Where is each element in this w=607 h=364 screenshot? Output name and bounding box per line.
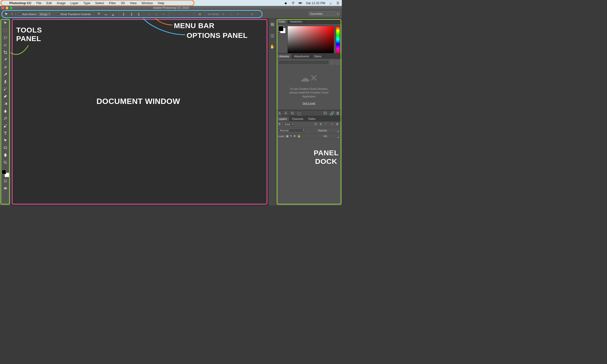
distribute-bottom-button[interactable]: ≡ [161, 12, 166, 17]
auto-select-checkbox[interactable] [18, 13, 21, 16]
distribute-top-button[interactable]: ≡ [147, 12, 152, 17]
show-transform-checkbox[interactable] [56, 13, 59, 16]
menu-help[interactable]: Help [155, 0, 167, 6]
app-menu[interactable]: Photoshop CC [7, 0, 34, 6]
filter-adjust-icon[interactable]: ◐ [320, 122, 324, 126]
fill-input[interactable] [329, 136, 340, 137]
tab-channels[interactable]: Channels [289, 117, 306, 121]
eyedropper-tool[interactable] [2, 56, 9, 63]
align-left-button[interactable]: ▌ [121, 12, 127, 17]
battery-icon[interactable] [298, 1, 302, 5]
crop-tool[interactable] [2, 49, 9, 56]
move-tool[interactable] [2, 20, 9, 26]
menubar-clock[interactable]: Sat 12:32 PM [306, 1, 325, 5]
healing-tool[interactable] [2, 64, 9, 70]
brush-tool[interactable] [2, 71, 9, 78]
tab-styles[interactable]: Styles [312, 54, 324, 58]
distribute-right-button[interactable]: ⋮ [186, 12, 192, 17]
menu-3d[interactable]: 3D [119, 0, 128, 6]
menu-edit[interactable]: Edit [44, 0, 54, 6]
move-tool-icon[interactable] [3, 11, 10, 18]
auto-select-dropdown[interactable]: Group [38, 12, 51, 16]
window-close-button[interactable] [1, 7, 4, 9]
char-style-icon[interactable]: A̲ [278, 111, 282, 115]
tab-adjustments[interactable]: Adjustments [292, 54, 312, 58]
lock-position-icon[interactable]: ✥ [294, 135, 296, 138]
type-tool[interactable] [2, 130, 9, 136]
3d-pan-button[interactable]: ✥ [235, 12, 241, 17]
fill-icon[interactable]: ▢ [297, 111, 301, 115]
hand-tool[interactable] [2, 152, 9, 158]
3d-slide-button[interactable]: ↔ [242, 12, 248, 17]
color-spectrum[interactable] [287, 26, 334, 53]
filter-shape-icon[interactable]: ▭ [331, 122, 335, 126]
trash-icon[interactable]: 🗑 [336, 111, 340, 115]
menu-layer[interactable]: Layer [68, 0, 81, 6]
info-panel-icon[interactable]: ✋ [269, 44, 275, 49]
distribute-left-button[interactable]: ⋮ [172, 12, 177, 17]
align-hcenter-button[interactable]: ▐ [128, 12, 134, 17]
tab-color[interactable]: Color [276, 19, 288, 24]
tool-preset-dropdown[interactable]: ▼ [11, 13, 13, 15]
menu-extras-icon[interactable]: ☰ [336, 1, 340, 5]
filter-smart-icon[interactable]: ▣ [336, 122, 340, 126]
filter-type-icon[interactable]: T [325, 122, 329, 126]
lock-pixels-icon[interactable]: ✎ [290, 135, 292, 138]
tab-swatches[interactable]: Swatches [288, 19, 305, 24]
menu-file[interactable]: File [34, 0, 44, 6]
layers-list[interactable]: PANEL DOCK [276, 139, 342, 206]
menu-type[interactable]: Type [81, 0, 93, 6]
window-zoom-button[interactable] [10, 7, 13, 9]
lock-all-icon[interactable]: 🔒 [297, 135, 301, 138]
align-bottom-button[interactable]: ▄ [110, 12, 116, 17]
fx-icon[interactable]: fx [291, 111, 295, 115]
spotlight-icon[interactable] [329, 1, 333, 5]
align-vcenter-button[interactable]: ▬ [103, 12, 109, 17]
pen-tool[interactable] [2, 122, 9, 129]
history-brush-tool[interactable] [2, 86, 9, 92]
auto-align-button[interactable]: ▦ [197, 12, 203, 17]
menu-image[interactable]: Image [54, 0, 68, 6]
quickmask-button[interactable] [2, 178, 9, 184]
dodge-tool[interactable] [2, 115, 9, 122]
link-icon[interactable]: 🔗 [330, 111, 334, 115]
blend-mode-dropdown[interactable]: Normal [278, 129, 305, 132]
align-right-button[interactable]: ▐ [135, 12, 141, 17]
apple-menu[interactable] [2, 2, 7, 4]
document-window[interactable]: TOOLS PANEL DOCUMENT WINDOW MENU BAR OPT… [11, 19, 268, 206]
distribute-hcenter-button[interactable]: ⋮ [179, 12, 185, 17]
tab-paths[interactable]: Paths [306, 117, 318, 121]
history-panel-icon[interactable]: ▤ [269, 21, 275, 27]
zoom-tool[interactable] [2, 159, 9, 166]
align-top-button[interactable]: ▀ [96, 12, 102, 17]
library-grid-view[interactable] [330, 60, 335, 65]
eraser-tool[interactable] [2, 93, 9, 100]
opacity-input[interactable] [329, 130, 340, 131]
tab-layers[interactable]: Layers [276, 117, 289, 121]
lock-transparent-icon[interactable]: ▦ [286, 135, 288, 138]
shield-icon[interactable]: ◆ [284, 1, 288, 5]
color-panel-swatches[interactable] [278, 26, 285, 33]
workspace-dropdown[interactable]: Essentials [309, 11, 340, 16]
para-style-icon[interactable]: A [284, 111, 288, 115]
filter-pixel-icon[interactable]: ▧ [314, 122, 318, 126]
layer-filter-dropdown[interactable]: Kind [283, 122, 294, 126]
library-list-view[interactable] [336, 60, 340, 65]
libraries-get-link[interactable]: Get it now! [303, 102, 316, 105]
properties-panel-icon[interactable]: ◫ [269, 32, 275, 38]
menu-view[interactable]: View [127, 0, 139, 6]
hue-slider[interactable] [336, 26, 340, 53]
window-minimize-button[interactable] [6, 7, 8, 9]
menu-filter[interactable]: Filter [107, 0, 119, 6]
foreground-color[interactable] [2, 170, 6, 174]
quick-select-tool[interactable] [2, 42, 9, 48]
3d-scale-button[interactable]: ▣ [249, 12, 255, 17]
color-swatches[interactable] [2, 170, 9, 177]
wifi-icon[interactable] [291, 1, 295, 5]
path-select-tool[interactable] [2, 137, 9, 144]
distribute-vcenter-button[interactable]: ≡ [153, 12, 159, 17]
gradient-tool[interactable] [2, 100, 9, 107]
blur-tool[interactable] [2, 108, 9, 115]
lasso-tool[interactable] [2, 34, 9, 41]
menu-select[interactable]: Select [93, 0, 106, 6]
